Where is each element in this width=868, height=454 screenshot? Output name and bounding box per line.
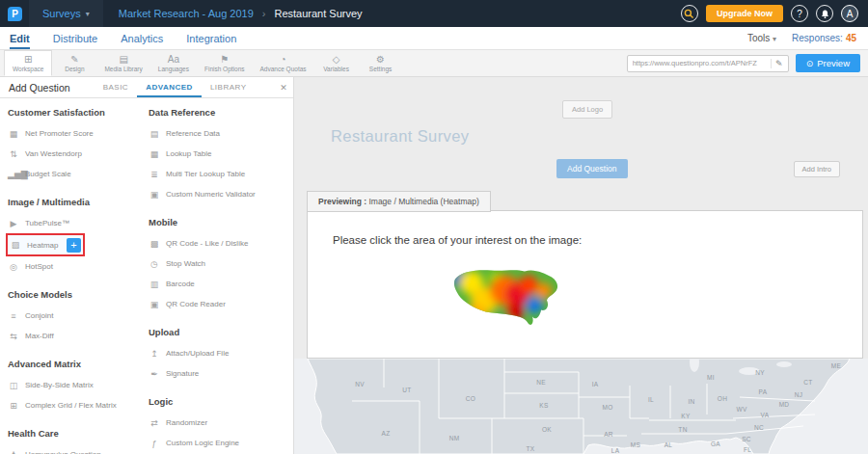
toolbar-item-languages[interactable]: AaLanguages [150, 50, 197, 76]
design-pencil-icon: ✎ [70, 54, 78, 65]
preview-button[interactable]: ⊙ Preview [796, 54, 860, 72]
state-label-ne: NE [536, 379, 546, 386]
tools-menu[interactable]: Tools ▾ [747, 33, 776, 43]
multi-tier-lookup-icon: ≣ [149, 170, 160, 179]
state-label-ok: OK [542, 426, 552, 433]
account-avatar[interactable]: A [841, 5, 858, 22]
edit-url-pencil-icon[interactable]: ✎ [771, 59, 783, 68]
chevron-down-icon: ▾ [773, 35, 776, 43]
finish-flag-icon: ⚑ [220, 54, 229, 65]
question-type-max-diff[interactable]: ⇆Max-Diff [8, 326, 135, 346]
search-button[interactable] [681, 5, 698, 22]
question-type-hotspot[interactable]: ◎HotSpot [8, 256, 135, 277]
question-type-conjoint[interactable]: ≡Conjoint [8, 306, 135, 326]
state-label-sc: SC [742, 436, 751, 442]
state-label-co: CO [466, 395, 475, 402]
survey-url-box[interactable]: https://www.questionpro.com/t/APNrFZ ✎ [627, 55, 789, 72]
question-type-label: Custom Logic Engine [166, 439, 239, 447]
toolbar-item-settings[interactable]: ⚙Settings [359, 50, 403, 76]
toolbar-item-workspace[interactable]: ⊞Workspace [4, 50, 52, 76]
toolbar-item-label: Design [65, 66, 84, 72]
question-type-label: Homunculus Question [25, 450, 101, 454]
add-intro-button[interactable]: Add Intro [794, 161, 840, 177]
question-type-reference-data[interactable]: ▤Reference Data [149, 123, 288, 144]
breadcrumb-folder-link[interactable]: Market Research - Aug 2019 [119, 8, 254, 19]
notifications-button[interactable] [816, 5, 833, 22]
question-type-complex-grid-flex-matrix[interactable]: ⊞Complex Grid / Flex Matrix [8, 395, 135, 415]
nav-tab-integration[interactable]: Integration [186, 27, 236, 49]
question-type-qr-code-like-dislike[interactable]: ▩QR Code - Like / Dislike [149, 233, 288, 254]
add-question-panel: Add Question BASICADVANCEDLIBRARY ✕ Cust… [0, 77, 294, 454]
toolbar-items: ⊞Workspace✎Design▤Media LibraryAaLanguag… [4, 50, 403, 76]
panel-column-left: Customer Satisfaction▦Net Promoter Score… [0, 98, 141, 454]
panel-tab-basic[interactable]: BASIC [95, 77, 138, 97]
question-type-side-by-side-matrix[interactable]: ◫Side-By-Side Matrix [8, 375, 135, 395]
question-type-signature[interactable]: ✒Signature [149, 363, 288, 384]
toolbar-item-design[interactable]: ✎Design [52, 50, 96, 76]
question-type-barcode[interactable]: ▥Barcode [149, 274, 288, 294]
question-type-tubepulse[interactable]: ▶TubePulse™ [8, 213, 135, 233]
reference-data-icon: ▤ [149, 129, 160, 139]
question-type-budget-scale[interactable]: ▂▅▇Budget Scale [8, 164, 135, 184]
toolbar-item-variables[interactable]: ◇Variables [314, 50, 359, 76]
close-panel-button[interactable]: ✕ [274, 77, 293, 97]
question-type-custom-numeric-validator[interactable]: ▣Custom Numeric Validator [149, 184, 288, 204]
eye-icon: ⊙ [806, 59, 814, 68]
question-type-label: Reference Data [166, 129, 220, 138]
question-type-net-promoter-score[interactable]: ▦Net Promoter Score [8, 123, 135, 144]
usa-heatmap-image[interactable] [448, 261, 563, 335]
section-title-logic: Logic [149, 396, 288, 407]
breadcrumb: Market Research - Aug 2019 › Restaurant … [119, 8, 363, 19]
nav-right: Tools ▾ Responses:45 [747, 27, 868, 49]
logic-engine-icon: ƒ [149, 439, 160, 448]
question-type-randomizer[interactable]: ⇄Randomizer [149, 413, 288, 433]
section-title-health-care: Health Care [8, 428, 135, 439]
panel-tab-advanced[interactable]: ADVANCED [137, 77, 202, 97]
add-question-panel-header: Add Question BASICADVANCEDLIBRARY ✕ [0, 77, 293, 98]
state-label-al: AL [665, 441, 673, 448]
top-bar: P Surveys ▾ Market Research - Aug 2019 ›… [0, 0, 868, 27]
toolbar-item-advance-quotas[interactable]: ◔Advance Quotas [253, 50, 314, 76]
toolbar-item-label: Workspace [13, 66, 43, 72]
question-type-label: Heatmap [27, 241, 58, 250]
state-label-nv: NV [355, 381, 365, 387]
state-label-ga: GA [711, 441, 720, 447]
panel-column-right: Data Reference▤Reference Data▦Lookup Tab… [141, 98, 294, 454]
question-type-van-westendorp[interactable]: ⇅Van Westendorp [8, 144, 135, 164]
add-heatmap-plus-button[interactable]: + [67, 238, 81, 253]
toolbar-item-finish-options[interactable]: ⚑Finish Options [197, 50, 253, 76]
state-label-fl: FL [744, 446, 751, 453]
survey-canvas: MENYMICTPANJMDNEIAILINOHWVNVUTCOKSMOKYVA… [294, 77, 868, 454]
question-type-attach-upload-file[interactable]: ↥Attach/Upload File [149, 343, 288, 363]
previewing-tab: Previewing : Image / Multimedia (Heatmap… [307, 191, 491, 212]
nav-tab-distribute[interactable]: Distribute [53, 27, 97, 49]
question-type-qr-code-reader[interactable]: ▣QR Code Reader [149, 294, 288, 314]
question-type-heatmap[interactable]: ▨Heatmap+ [6, 233, 85, 256]
question-type-label: Van Westendorp [25, 149, 82, 158]
preview-button-label: Preview [817, 58, 850, 68]
add-question-button[interactable]: Add Question [556, 159, 628, 178]
panel-tab-library[interactable]: LIBRARY [202, 77, 256, 97]
questionpro-logo[interactable]: P [8, 7, 22, 21]
question-type-multi-tier-lookup-table[interactable]: ≣Multi Tier Lookup Table [149, 164, 288, 184]
help-button[interactable]: ? [791, 5, 808, 22]
question-type-lookup-table[interactable]: ▦Lookup Table [149, 144, 288, 164]
surveys-menu[interactable]: Surveys ▾ [29, 0, 103, 27]
responses-status[interactable]: Responses:45 [792, 33, 856, 43]
nav-tab-edit[interactable]: Edit [10, 27, 30, 49]
randomizer-shuffle-icon: ⇄ [149, 418, 160, 428]
question-type-homunculus-question[interactable]: ♟Homunculus Question [8, 444, 135, 454]
question-type-custom-logic-engine[interactable]: ƒCustom Logic Engine [149, 433, 288, 453]
add-logo-button[interactable]: Add Logo [562, 100, 612, 119]
toolbar-item-media-library[interactable]: ▤Media Library [96, 50, 149, 76]
question-type-label: Attach/Upload File [166, 349, 229, 358]
question-preview-card: Previewing : Image / Multimedia (Heatmap… [307, 191, 863, 359]
upgrade-now-button[interactable]: Upgrade Now [706, 5, 783, 22]
section-title-choice-models: Choice Models [8, 289, 135, 300]
question-type-stop-watch[interactable]: ◷Stop Watch [149, 254, 288, 274]
previewing-label: Previewing : [318, 197, 366, 206]
state-label-ny: NY [755, 369, 765, 376]
search-icon [684, 9, 694, 19]
nav-tab-analytics[interactable]: Analytics [121, 27, 163, 49]
state-label-la: LA [611, 447, 620, 454]
